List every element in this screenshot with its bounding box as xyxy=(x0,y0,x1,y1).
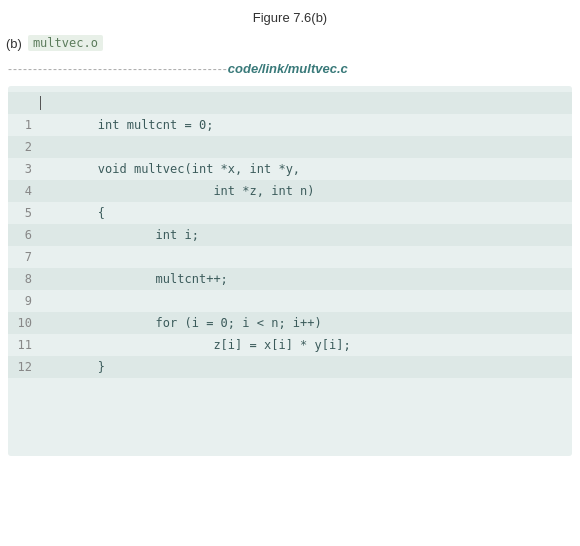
filename-badge: multvec.o xyxy=(28,35,103,51)
line-number: 4 xyxy=(8,184,40,198)
line-number: 2 xyxy=(8,140,40,154)
code-line: 10 for (i = 0; i < n; i++) xyxy=(8,312,572,334)
line-number: 5 xyxy=(8,206,40,220)
line-content: int multcnt = 0; xyxy=(40,118,213,132)
code-line: 6 int i; xyxy=(8,224,572,246)
code-line: 1 int multcnt = 0; xyxy=(8,114,572,136)
divider-dashes: ----------------------------------------… xyxy=(8,62,228,76)
cursor xyxy=(40,96,41,110)
line-number: 7 xyxy=(8,250,40,264)
line-number: 6 xyxy=(8,228,40,242)
line-content: } xyxy=(40,360,105,374)
line-number: 11 xyxy=(8,338,40,352)
code-line: 7 xyxy=(8,246,572,268)
figure-title: Figure 7.6(b) xyxy=(0,0,580,31)
code-container: 1 int multcnt = 0;23 void multvec(int *x… xyxy=(8,86,572,456)
line-content: z[i] = x[i] * y[i]; xyxy=(40,338,351,352)
code-line: 11 z[i] = x[i] * y[i]; xyxy=(8,334,572,356)
line-content xyxy=(40,96,43,111)
code-line xyxy=(8,92,572,114)
line-content: int *z, int n) xyxy=(40,184,315,198)
line-number: 9 xyxy=(8,294,40,308)
line-content: int i; xyxy=(40,228,199,242)
line-number: 10 xyxy=(8,316,40,330)
line-number: 8 xyxy=(8,272,40,286)
line-content: { xyxy=(40,206,105,220)
code-line: 12 } xyxy=(8,356,572,378)
part-letter: (b) xyxy=(6,36,22,51)
code-line: 2 xyxy=(8,136,572,158)
line-content: for (i = 0; i < n; i++) xyxy=(40,316,322,330)
line-number: 12 xyxy=(8,360,40,374)
divider-line: ----------------------------------------… xyxy=(0,55,580,82)
line-number: 1 xyxy=(8,118,40,132)
code-line: 5 { xyxy=(8,202,572,224)
divider-link: code/link/multvec.c xyxy=(228,61,348,76)
part-label: (b) multvec.o xyxy=(0,31,580,55)
code-line: 9 xyxy=(8,290,572,312)
code-line: 3 void multvec(int *x, int *y, xyxy=(8,158,572,180)
line-content: void multvec(int *x, int *y, xyxy=(40,162,300,176)
line-number: 3 xyxy=(8,162,40,176)
line-content: multcnt++; xyxy=(40,272,228,286)
code-line: 8 multcnt++; xyxy=(8,268,572,290)
code-line: 4 int *z, int n) xyxy=(8,180,572,202)
